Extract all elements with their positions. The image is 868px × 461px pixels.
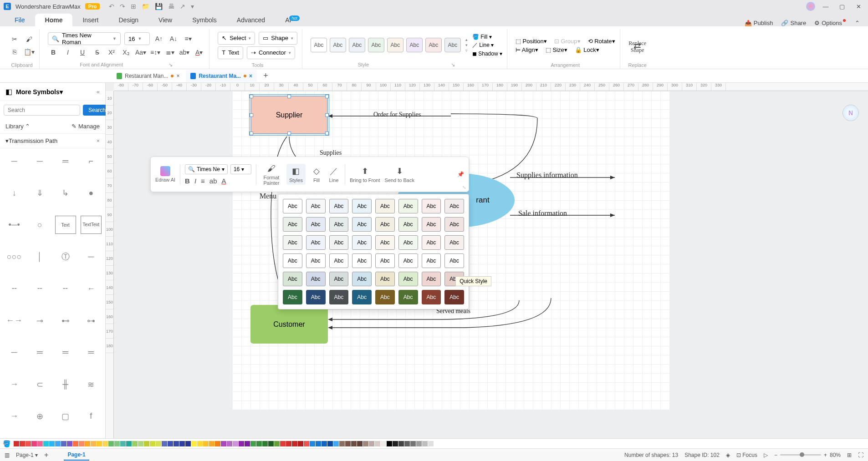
shape-item[interactable]: ○○○: [4, 248, 25, 266]
highlight-icon[interactable]: ab▾: [179, 47, 190, 58]
shape-item[interactable]: ↳: [55, 184, 76, 202]
color-swatch[interactable]: [108, 441, 114, 446]
undo-icon[interactable]: ↶: [109, 3, 114, 10]
present-icon[interactable]: ▷: [764, 452, 768, 458]
style-swatch[interactable]: Abc: [375, 217, 395, 232]
close-button[interactable]: ✕: [853, 2, 864, 11]
color-swatch[interactable]: [398, 441, 404, 446]
color-swatch[interactable]: [26, 441, 31, 446]
color-swatch[interactable]: [132, 441, 138, 446]
style-swatch[interactable]: Abc: [375, 272, 395, 286]
fullscreen-icon[interactable]: ⛶: [858, 452, 863, 458]
copy-icon[interactable]: ⎘: [9, 46, 20, 57]
shape-item[interactable]: •─•: [4, 216, 25, 234]
color-swatch[interactable]: [73, 441, 78, 446]
qat-more-icon[interactable]: ▾: [191, 3, 194, 10]
shape-item[interactable]: ═: [55, 344, 76, 362]
cut-icon[interactable]: ✂: [9, 34, 20, 45]
menu-file[interactable]: File: [5, 14, 35, 26]
color-swatch[interactable]: [339, 441, 345, 446]
color-swatch[interactable]: [79, 441, 84, 446]
color-swatch[interactable]: [97, 441, 102, 446]
shape-item[interactable]: ○: [29, 216, 50, 234]
color-swatch[interactable]: [179, 441, 185, 446]
color-swatch[interactable]: [239, 441, 244, 446]
style-swatch[interactable]: Abc: [306, 272, 326, 286]
layers-icon[interactable]: ◈: [726, 452, 730, 458]
color-swatch[interactable]: [345, 441, 351, 446]
color-swatch[interactable]: [351, 441, 357, 446]
style-swatch[interactable]: Abc: [422, 235, 441, 250]
color-swatch[interactable]: [274, 441, 280, 446]
zoom-level[interactable]: 80%: [830, 452, 841, 458]
mini-pin-icon[interactable]: 📌: [457, 171, 464, 177]
edraw-ai-button[interactable]: Edraw AI: [155, 166, 175, 182]
color-swatch[interactable]: [422, 441, 428, 446]
style-swatch[interactable]: Abc: [306, 199, 326, 213]
color-swatch[interactable]: [162, 441, 167, 446]
color-swatch[interactable]: [310, 441, 315, 446]
style-scroll-down[interactable]: ▾: [465, 43, 468, 47]
close-tab-icon[interactable]: ×: [249, 73, 252, 79]
new-icon[interactable]: ⊞: [131, 3, 136, 10]
color-swatch[interactable]: [43, 441, 49, 446]
style-swatch[interactable]: Abc: [283, 235, 302, 250]
mini-styles[interactable]: ◧Styles: [286, 164, 306, 185]
shape-item[interactable]: ←: [81, 279, 102, 298]
size-menu[interactable]: ⬚ Size▾: [546, 46, 567, 53]
new-tab-button[interactable]: +: [259, 71, 273, 81]
shape-item[interactable]: │: [29, 248, 50, 266]
color-swatch[interactable]: [322, 441, 327, 446]
shape-item[interactable]: ─: [29, 152, 50, 170]
color-swatch[interactable]: [327, 441, 333, 446]
fill-menu[interactable]: 🪣 Fill ▾: [472, 34, 502, 40]
shape-item[interactable]: ↓: [4, 184, 25, 202]
style-swatch[interactable]: Abc: [283, 199, 302, 213]
style-swatch[interactable]: Abc: [444, 217, 464, 232]
style-swatch[interactable]: Abc: [329, 235, 349, 250]
style-expand[interactable]: ▿: [465, 48, 468, 53]
style-swatch[interactable]: Abc: [422, 199, 441, 213]
shape-item[interactable]: TextText: [81, 216, 102, 234]
font-dialog-icon[interactable]: ↘: [168, 62, 173, 68]
style-swatch[interactable]: Abc: [352, 199, 372, 213]
ai-assistant-button[interactable]: N: [842, 105, 859, 121]
style-dialog-icon[interactable]: ↘: [451, 62, 455, 68]
color-swatch[interactable]: [256, 441, 262, 446]
color-swatch[interactable]: [233, 441, 238, 446]
color-swatch[interactable]: [304, 441, 309, 446]
color-swatch[interactable]: [416, 441, 422, 446]
shadow-menu[interactable]: ◼ Shadow ▾: [472, 51, 502, 57]
color-swatch[interactable]: [102, 441, 108, 446]
connector-tool[interactable]: ⇢ Connector▾: [247, 46, 295, 59]
shape-item[interactable]: ←→: [4, 312, 25, 330]
color-swatch[interactable]: [49, 441, 55, 446]
color-swatch[interactable]: [316, 441, 321, 446]
shape-tool[interactable]: ▭ Shape▾: [259, 32, 297, 45]
minimize-button[interactable]: —: [820, 2, 832, 11]
group-menu[interactable]: ⊡ Group▾: [554, 38, 581, 45]
menu-insert[interactable]: Insert: [72, 14, 108, 26]
color-swatch[interactable]: [55, 441, 61, 446]
style-swatch[interactable]: Abc: [330, 38, 346, 52]
style-swatch[interactable]: Abc: [352, 217, 372, 232]
text-tool[interactable]: T Text: [218, 46, 243, 59]
style-swatch[interactable]: Abc: [444, 199, 464, 213]
shape-item[interactable]: ≋: [81, 375, 102, 394]
style-swatch[interactable]: Abc: [329, 272, 349, 286]
publish-button[interactable]: 📤 Publish: [745, 20, 773, 26]
shape-item[interactable]: Ⓣ: [55, 248, 76, 266]
shape-item[interactable]: ═: [55, 152, 76, 170]
style-swatch[interactable]: Abc: [352, 253, 372, 268]
zoom-out-button[interactable]: −: [774, 452, 777, 458]
save-icon[interactable]: 💾: [155, 3, 163, 10]
color-swatch[interactable]: [363, 441, 368, 446]
mini-expand-icon[interactable]: ⤡: [462, 185, 466, 190]
shape-item[interactable]: ⊸: [29, 312, 50, 330]
position-menu[interactable]: ⬚ Position▾: [516, 38, 547, 45]
color-swatch[interactable]: [215, 441, 220, 446]
style-swatch[interactable]: Abc: [283, 272, 302, 286]
shape-item[interactable]: ⊂: [29, 375, 50, 394]
style-swatch[interactable]: Abc: [349, 38, 365, 52]
color-swatch[interactable]: [357, 441, 363, 446]
